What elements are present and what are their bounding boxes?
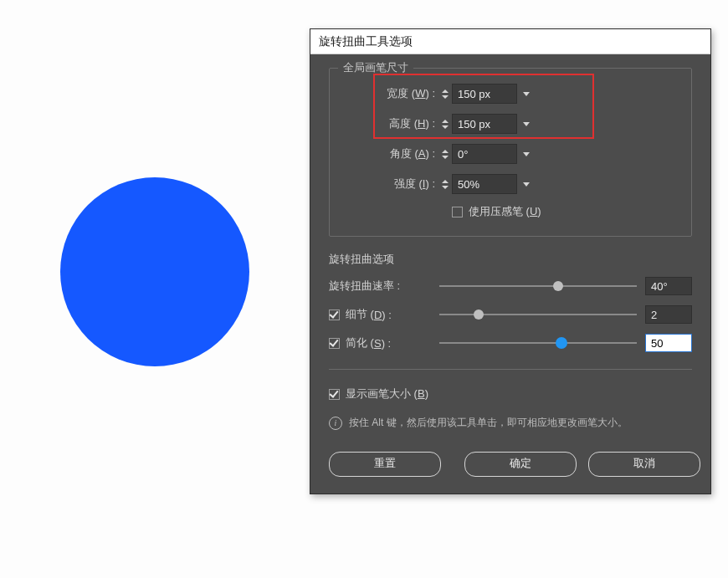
intensity-input[interactable]: 50% xyxy=(452,174,517,194)
global-brush-size-group: 全局画笔尺寸 宽度 (W) : 150 px xyxy=(329,68,692,237)
canvas-blue-circle xyxy=(60,177,249,366)
reset-button[interactable]: 重置 xyxy=(329,452,441,477)
button-bar: 重置 确定 取消 xyxy=(329,452,692,477)
angle-label-post: ) : xyxy=(425,147,435,160)
pressure-pen-pre: 使用压感笔 ( xyxy=(469,205,530,217)
dialog-title: 旋转扭曲工具选项 xyxy=(310,29,710,54)
chevron-down-icon xyxy=(523,182,530,187)
height-input[interactable]: 150 px xyxy=(452,114,517,134)
intensity-stepper[interactable] xyxy=(438,174,452,194)
height-dropdown[interactable] xyxy=(517,114,536,134)
chevron-down-icon xyxy=(523,152,530,156)
pressure-pen-hotkey: U xyxy=(530,205,537,217)
width-label: 宽度 (W) : xyxy=(345,86,438,101)
show-brush-post: ) xyxy=(425,387,428,400)
detail-label: 细节 (D) : xyxy=(329,307,436,322)
ok-button[interactable]: 确定 xyxy=(464,452,577,477)
angle-label: 角度 (A) : xyxy=(345,146,438,161)
twirl-rate-slider[interactable] xyxy=(439,278,637,294)
height-row: 高度 (H) : 150 px xyxy=(345,109,676,139)
show-brush-size-label: 显示画笔大小 (B) xyxy=(346,386,428,402)
global-brush-size-title: 全局画笔尺寸 xyxy=(338,60,413,75)
twirl-options-section: 旋转扭曲选项 旋转扭曲速率 : 40° 细节 (D) : xyxy=(329,252,692,357)
twirl-rate-label: 旋转扭曲速率 : xyxy=(329,279,436,294)
slider-knob[interactable] xyxy=(553,281,563,291)
width-label-pre: 宽度 ( xyxy=(387,87,415,100)
show-brush-pre: 显示画笔大小 ( xyxy=(346,387,418,400)
twirl-tool-options-dialog: 旋转扭曲工具选项 全局画笔尺寸 宽度 (W) : xyxy=(310,28,711,494)
pressure-pen-row: 使用压感笔 (U) xyxy=(345,199,676,224)
divider xyxy=(329,369,692,370)
width-stepper[interactable] xyxy=(438,84,452,104)
chevron-down-icon xyxy=(523,92,530,96)
height-stepper[interactable] xyxy=(438,114,452,134)
width-dropdown[interactable] xyxy=(517,84,536,104)
chevron-down-icon xyxy=(442,156,449,159)
pressure-pen-checkbox[interactable] xyxy=(452,207,463,217)
simplify-row: 简化 (S) : 50 xyxy=(329,329,692,357)
show-brush-size-row: 显示画笔大小 (B) xyxy=(329,381,692,407)
twirl-rate-value[interactable]: 40° xyxy=(645,277,692,295)
show-brush-hotkey: B xyxy=(418,387,425,400)
width-label-post: ) : xyxy=(425,87,435,100)
intensity-label: 强度 (I) : xyxy=(345,176,438,192)
width-row: 宽度 (W) : 150 px xyxy=(345,79,676,109)
intensity-spinner: 50% xyxy=(438,174,536,194)
slider-track xyxy=(439,314,637,315)
chevron-up-icon xyxy=(442,180,449,183)
slider-track xyxy=(439,285,637,287)
cancel-button[interactable]: 取消 xyxy=(588,452,700,477)
chevron-down-icon xyxy=(442,186,449,189)
detail-post: ) : xyxy=(382,309,392,321)
pressure-pen-label: 使用压感笔 (U) xyxy=(469,204,541,219)
angle-dropdown[interactable] xyxy=(517,144,536,164)
chevron-up-icon xyxy=(442,90,449,93)
height-spinner: 150 px xyxy=(438,114,536,134)
chevron-down-icon xyxy=(442,125,449,129)
height-label: 高度 (H) : xyxy=(345,116,438,131)
chevron-down-icon xyxy=(442,95,449,99)
pressure-pen-post: ) xyxy=(537,205,541,217)
info-text: 按住 Alt 键，然后使用该工具单击，即可相应地更改画笔大小。 xyxy=(349,415,628,430)
angle-input[interactable]: 0° xyxy=(452,144,517,164)
intensity-label-post: ) : xyxy=(425,177,435,190)
detail-pre: 细节 ( xyxy=(346,307,374,322)
info-icon: i xyxy=(329,417,342,430)
simplify-slider[interactable] xyxy=(439,335,637,351)
workspace: 旋转扭曲工具选项 全局画笔尺寸 宽度 (W) : xyxy=(0,0,728,578)
slider-knob[interactable] xyxy=(474,309,484,320)
angle-row: 角度 (A) : 0° xyxy=(345,139,676,169)
twirl-options-title: 旋转扭曲选项 xyxy=(329,252,692,267)
chevron-up-icon xyxy=(442,150,449,153)
simplify-hotkey: S xyxy=(374,337,382,350)
detail-row: 细节 (D) : 2 xyxy=(329,300,692,329)
simplify-post: ) : xyxy=(382,337,392,350)
chevron-down-icon xyxy=(523,122,530,126)
height-label-pre: 高度 ( xyxy=(389,117,418,130)
simplify-pre: 简化 ( xyxy=(346,335,374,350)
angle-label-pre: 角度 ( xyxy=(390,147,418,160)
info-row: i 按住 Alt 键，然后使用该工具单击，即可相应地更改画笔大小。 xyxy=(329,415,692,430)
simplify-checkbox[interactable] xyxy=(329,338,340,349)
intensity-label-pre: 强度 ( xyxy=(394,177,423,190)
dialog-body: 全局画笔尺寸 宽度 (W) : 150 px xyxy=(310,54,710,494)
angle-stepper[interactable] xyxy=(438,144,452,164)
angle-spinner: 0° xyxy=(438,144,536,164)
intensity-dropdown[interactable] xyxy=(517,174,536,194)
chevron-up-icon xyxy=(442,120,449,123)
detail-hotkey: D xyxy=(374,309,382,321)
width-input[interactable]: 150 px xyxy=(452,84,517,104)
intensity-row: 强度 (I) : 50% xyxy=(345,169,676,199)
twirl-rate-row: 旋转扭曲速率 : 40° xyxy=(329,272,692,300)
height-label-post: ) : xyxy=(425,117,435,130)
simplify-label: 简化 (S) : xyxy=(329,335,436,350)
detail-value[interactable]: 2 xyxy=(645,305,692,324)
width-hotkey: W xyxy=(415,87,425,100)
detail-slider[interactable] xyxy=(439,306,637,323)
slider-track xyxy=(439,342,637,344)
detail-checkbox[interactable] xyxy=(329,309,340,320)
width-spinner: 150 px xyxy=(438,84,536,104)
show-brush-size-checkbox[interactable] xyxy=(329,389,340,400)
slider-knob[interactable] xyxy=(556,337,567,349)
simplify-value[interactable]: 50 xyxy=(645,334,692,352)
